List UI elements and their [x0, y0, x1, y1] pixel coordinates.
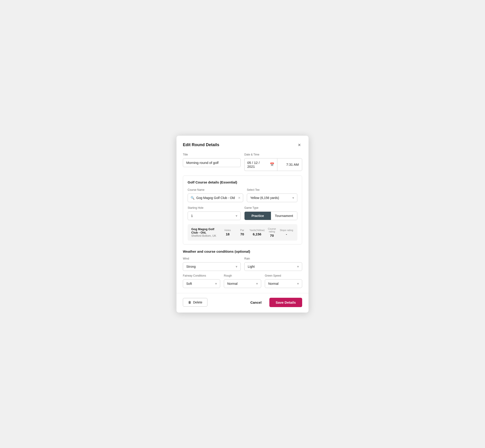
course-stat-yards: Yards(Yellow) 6,156 [250, 229, 265, 236]
fairway-rough-green-row: Fairway Conditions Dry Normal Soft Wet ▼… [183, 274, 302, 288]
par-value: 70 [235, 232, 250, 236]
game-type-group: Game Type Practice Tournament [244, 206, 297, 220]
clear-icon[interactable]: ✕ [238, 196, 241, 200]
game-type-label: Game Type [244, 206, 297, 209]
course-name-input-wrap[interactable]: 🔍 ✕ [188, 193, 243, 202]
starting-hole-label: Starting Hole [188, 206, 241, 209]
holes-value: 18 [220, 232, 235, 236]
green-speed-dropdown[interactable]: Slow Normal Fast Very Fast [265, 279, 302, 288]
course-stat-holes: Holes 18 [220, 229, 235, 236]
rain-dropdown[interactable]: None Light Moderate Heavy [244, 262, 302, 271]
game-type-toggle: Practice Tournament [244, 211, 297, 220]
starting-hole-group: Starting Hole 1234 5678 910 ▼ [188, 206, 241, 220]
fairway-label: Fairway Conditions [183, 274, 220, 277]
green-speed-group: Green Speed Slow Normal Fast Very Fast ▼ [265, 274, 302, 288]
search-icon: 🔍 [191, 196, 194, 200]
wind-dropdown[interactable]: Calm Light Moderate Strong Very Strong [183, 262, 241, 271]
wind-select-wrap: Calm Light Moderate Strong Very Strong ▼ [183, 262, 241, 271]
yards-value: 6,156 [250, 232, 265, 236]
course-rating-value: 70 [265, 233, 279, 237]
modal-header: Edit Round Details × [183, 142, 302, 148]
date-value: 05 / 12 / 2021 [247, 161, 268, 168]
starting-hole-wrap: 1234 5678 910 ▼ [188, 211, 241, 220]
wind-rain-row: Wind Calm Light Moderate Strong Very Str… [183, 257, 302, 271]
fairway-select-wrap: Dry Normal Soft Wet ▼ [183, 279, 220, 288]
course-info-row: Gog Magog Golf Club - Old, Shelford Bott… [188, 224, 297, 241]
modal-footer: 🗑 Delete Cancel Save Details [183, 298, 302, 307]
course-name-input[interactable] [196, 196, 236, 200]
delete-button[interactable]: 🗑 Delete [183, 298, 207, 307]
green-speed-label: Green Speed [265, 274, 302, 277]
course-stat-par: Par 70 [235, 229, 250, 236]
time-value: 7:31 AM [286, 162, 299, 166]
weather-title: Weather and course conditions (optional) [183, 249, 302, 253]
course-info-location: Shelford Bottom, UK [191, 234, 220, 237]
datetime-row: 05 / 12 / 2021 📅 7:31 AM [244, 158, 302, 171]
wind-group: Wind Calm Light Moderate Strong Very Str… [183, 257, 241, 271]
yards-label: Yards(Yellow) [250, 229, 265, 232]
date-input-wrap[interactable]: 05 / 12 / 2021 📅 [244, 158, 277, 171]
rough-dropdown[interactable]: Short Normal Long [224, 279, 261, 288]
course-info-name: Gog Magog Golf Club - Old, Shelford Bott… [191, 227, 220, 237]
holes-label: Holes [220, 229, 235, 232]
edit-round-modal: Edit Round Details × Title Date & Time 0… [177, 136, 308, 312]
title-field-group: Title [183, 153, 241, 171]
course-stat-slope-rating: Slope rating - [279, 229, 294, 236]
datetime-field-group: Date & Time 05 / 12 / 2021 📅 7:31 AM [244, 153, 302, 171]
modal-title: Edit Round Details [183, 143, 219, 147]
trash-icon: 🗑 [188, 301, 191, 304]
cancel-button[interactable]: Cancel [247, 298, 265, 307]
wind-label: Wind [183, 257, 241, 260]
rough-group: Rough Short Normal Long ▼ [224, 274, 261, 288]
select-tee-wrap: Yellow (6,156 yards) White Red Blue ▼ [247, 193, 297, 202]
fairway-group: Fairway Conditions Dry Normal Soft Wet ▼ [183, 274, 220, 288]
rough-select-wrap: Short Normal Long ▼ [224, 279, 261, 288]
course-name-group: Course Name 🔍 ✕ [188, 188, 243, 202]
course-info-name-bold: Gog Magog Golf Club - Old, [191, 227, 220, 234]
course-name-label: Course Name [188, 188, 243, 192]
rain-group: Rain None Light Moderate Heavy ▼ [244, 257, 302, 271]
slope-rating-value: - [279, 232, 294, 236]
slope-rating-label: Slope rating [279, 229, 294, 232]
hole-gametype-row: Starting Hole 1234 5678 910 ▼ Game Type … [188, 206, 297, 220]
tournament-toggle-button[interactable]: Tournament [271, 212, 297, 220]
save-button[interactable]: Save Details [269, 298, 302, 307]
golf-course-section: Golf Course details (Essential) Course N… [183, 176, 302, 245]
delete-label: Delete [193, 301, 202, 304]
weather-section: Weather and course conditions (optional)… [183, 249, 302, 288]
top-row: Title Date & Time 05 / 12 / 2021 📅 7:31 … [183, 153, 302, 171]
course-stat-course-rating: Course rating 70 [265, 227, 279, 237]
green-speed-select-wrap: Slow Normal Fast Very Fast ▼ [265, 279, 302, 288]
datetime-label: Date & Time [244, 153, 302, 156]
close-button[interactable]: × [297, 142, 302, 148]
golf-section-title: Golf Course details (Essential) [188, 180, 297, 184]
rain-select-wrap: None Light Moderate Heavy ▼ [244, 262, 302, 271]
course-rating-label: Course rating [265, 227, 279, 233]
title-label: Title [183, 153, 241, 156]
select-tee-label: Select Tee [247, 188, 297, 192]
footer-right: Cancel Save Details [247, 298, 302, 307]
select-tee-group: Select Tee Yellow (6,156 yards) White Re… [247, 188, 297, 202]
starting-hole-dropdown[interactable]: 1234 5678 910 [188, 211, 241, 220]
par-label: Par [235, 229, 250, 232]
select-tee-dropdown[interactable]: Yellow (6,156 yards) White Red Blue [247, 193, 297, 202]
rough-label: Rough [224, 274, 261, 277]
title-input[interactable] [183, 158, 241, 167]
rain-label: Rain [244, 257, 302, 260]
time-input-wrap[interactable]: 7:31 AM [277, 158, 302, 171]
fairway-dropdown[interactable]: Dry Normal Soft Wet [183, 279, 220, 288]
practice-toggle-button[interactable]: Practice [244, 212, 271, 220]
calendar-icon: 📅 [270, 162, 274, 167]
course-tee-row: Course Name 🔍 ✕ Select Tee Yellow (6,156… [188, 188, 297, 202]
